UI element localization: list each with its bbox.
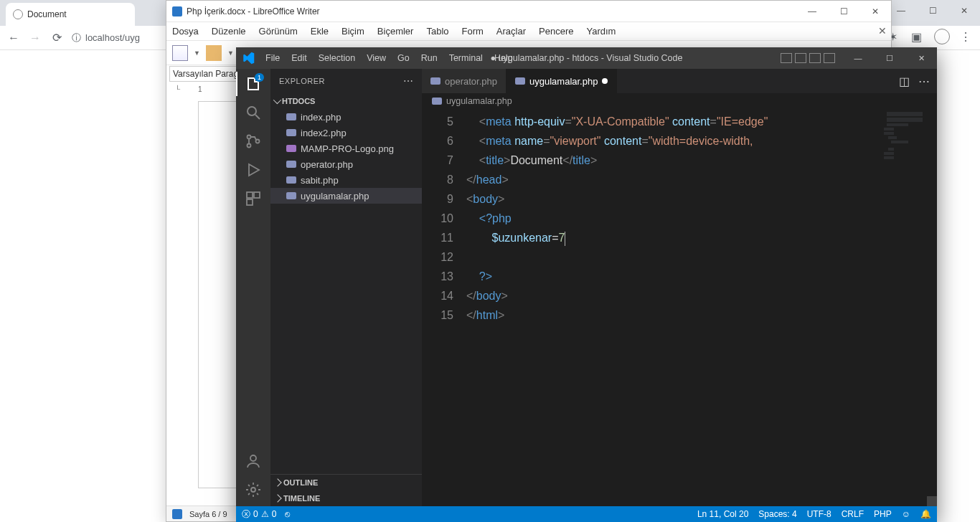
ports-icon[interactable]: ⎋ — [285, 509, 290, 519]
more-actions-icon[interactable]: ⋯ — [918, 75, 930, 88]
vsc-maximize-button[interactable]: ☐ — [874, 47, 905, 69]
file-item[interactable]: operator.php — [270, 156, 422, 172]
svg-point-4 — [256, 140, 260, 143]
lo-menu-item[interactable]: Pencere — [539, 26, 573, 37]
chrome-menu-icon[interactable]: ⋮ — [960, 30, 973, 43]
file-item[interactable]: uygulamalar.php — [270, 188, 422, 204]
problems-indicator[interactable]: ⓧ0 ⚠0 — [242, 508, 276, 521]
code-line[interactable]: </html> — [466, 305, 937, 325]
code-line[interactable] — [466, 247, 937, 267]
lo-doc-close-button[interactable]: ✕ — [878, 25, 887, 37]
code-line[interactable]: </body> — [466, 286, 937, 305]
paragraph-style-select[interactable] — [169, 66, 242, 82]
vertical-scrollbar[interactable] — [927, 109, 937, 506]
page-indicator[interactable]: Sayfa 6 / 9 — [189, 510, 227, 518]
profile-icon[interactable] — [934, 29, 950, 44]
lo-minimize-button[interactable]: — — [796, 1, 828, 22]
scroll-thumb[interactable] — [927, 496, 937, 506]
back-icon[interactable]: ← — [7, 32, 20, 44]
extensions-icon[interactable] — [244, 189, 263, 208]
minimap[interactable] — [884, 109, 927, 506]
lo-maximize-button[interactable]: ☐ — [828, 1, 859, 22]
vsc-menu-view[interactable]: View — [362, 47, 391, 69]
search-icon[interactable] — [244, 103, 263, 122]
libreoffice-titlebar[interactable]: Php İçerik.docx - LibreOffice Writer — ☐… — [166, 1, 891, 22]
accounts-icon[interactable] — [244, 452, 263, 470]
cursor-position[interactable]: Ln 11, Col 20 — [697, 509, 748, 519]
code-line[interactable]: </head> — [466, 170, 937, 189]
editor-tab[interactable]: uygulamalar.php — [507, 69, 617, 93]
encoding[interactable]: UTF-8 — [807, 509, 831, 519]
code-line[interactable]: ?> — [466, 267, 937, 286]
dropdown-icon[interactable]: ▼ — [227, 49, 234, 57]
vsc-menu-selection[interactable]: Selection — [314, 47, 360, 69]
customize-layout-icon[interactable] — [824, 53, 835, 63]
vsc-menu-run[interactable]: Run — [416, 47, 443, 69]
code-line[interactable]: <body> — [466, 189, 937, 209]
lo-menu-item[interactable]: Araçlar — [496, 26, 526, 37]
file-item[interactable]: sabit.php — [270, 172, 422, 188]
folder-header[interactable]: HTDOCS — [270, 93, 422, 109]
lo-menu-item[interactable]: Tablo — [426, 26, 448, 37]
lo-menu-item[interactable]: Dosya — [172, 26, 199, 37]
reload-icon[interactable]: ⟳ — [50, 32, 63, 44]
eol[interactable]: CRLF — [842, 509, 864, 519]
code-line[interactable]: <?php — [466, 209, 937, 228]
site-info-icon[interactable]: ⓘ — [72, 32, 81, 44]
run-debug-icon[interactable] — [244, 161, 263, 179]
vsc-close-button[interactable]: ✕ — [905, 47, 937, 69]
lo-menu-item[interactable]: Ekle — [311, 26, 329, 37]
feedback-icon[interactable]: ☺ — [902, 509, 910, 519]
language-mode[interactable]: PHP — [874, 509, 892, 519]
vsc-menu-go[interactable]: Go — [392, 47, 415, 69]
source-control-icon[interactable] — [244, 132, 263, 151]
lo-menu-item[interactable]: Biçim — [341, 26, 364, 37]
toggle-panel-icon[interactable] — [795, 53, 806, 63]
outline-section[interactable]: OUTLINE — [270, 475, 422, 490]
side-panel-icon[interactable]: ▣ — [911, 30, 924, 43]
vscode-titlebar[interactable]: File Edit Selection View Go Run Terminal… — [236, 47, 937, 69]
editor-tab[interactable]: operator.php — [422, 69, 507, 93]
split-editor-icon[interactable]: ◫ — [899, 75, 910, 88]
file-list: index.phpindex2.phpMAMP-PRO-Logo.pngoper… — [270, 109, 422, 474]
file-item[interactable]: index.php — [270, 109, 422, 125]
code-lines[interactable]: <meta http-equiv="X-UA-Compatible" conte… — [466, 109, 937, 506]
line-number: 9 — [422, 189, 453, 209]
code-line[interactable]: $uzunkenar=7 — [466, 228, 937, 247]
toggle-secondary-icon[interactable] — [809, 53, 821, 63]
lo-menu-item[interactable]: Biçemler — [377, 26, 414, 37]
toggle-sidebar-icon[interactable] — [781, 53, 792, 63]
line-number: 11 — [422, 228, 453, 247]
code-line[interactable]: <title>Document</title> — [466, 151, 937, 170]
vsc-menu-edit[interactable]: Edit — [286, 47, 312, 69]
explorer-more-icon[interactable]: ⋯ — [403, 75, 414, 87]
indentation[interactable]: Spaces: 4 — [758, 509, 796, 519]
breadcrumb[interactable]: uygulamalar.php — [422, 93, 937, 109]
explorer-icon[interactable]: 1 — [244, 75, 263, 93]
chrome-tab[interactable]: Document — [6, 3, 135, 26]
file-item[interactable]: MAMP-PRO-Logo.png — [270, 141, 422, 156]
lo-menu-item[interactable]: Yardım — [586, 26, 616, 37]
chrome-address-bar[interactable]: ⓘ localhost/uyg — [72, 32, 140, 44]
timeline-section[interactable]: TIMELINE — [270, 490, 422, 506]
vsc-minimize-button[interactable]: — — [842, 47, 874, 69]
chrome-maximize-button[interactable]: ☐ — [917, 0, 948, 22]
new-doc-icon[interactable] — [172, 45, 188, 61]
lo-menu-item[interactable]: Düzenle — [212, 26, 246, 37]
dropdown-icon[interactable]: ▼ — [194, 49, 200, 57]
code-editor[interactable]: 56789101112131415 <meta http-equiv="X-UA… — [422, 109, 937, 506]
open-doc-icon[interactable] — [206, 45, 222, 61]
notifications-icon[interactable]: 🔔 — [920, 509, 931, 519]
file-item[interactable]: index2.php — [270, 125, 422, 141]
vsc-menu-file[interactable]: File — [260, 47, 285, 69]
forward-icon[interactable]: → — [29, 32, 42, 44]
lo-close-button[interactable]: ✕ — [859, 1, 891, 22]
lo-menu-item[interactable]: Form — [462, 26, 484, 37]
chrome-close-button[interactable]: ✕ — [948, 0, 980, 22]
line-gutter: 56789101112131415 — [422, 109, 466, 506]
code-line[interactable]: <meta name="viewport" content="width=dev… — [466, 131, 937, 151]
code-line[interactable]: <meta http-equiv="X-UA-Compatible" conte… — [466, 112, 937, 131]
vsc-menu-terminal[interactable]: Terminal — [444, 47, 488, 69]
settings-gear-icon[interactable] — [244, 480, 263, 499]
lo-menu-item[interactable]: Görünüm — [259, 26, 298, 37]
